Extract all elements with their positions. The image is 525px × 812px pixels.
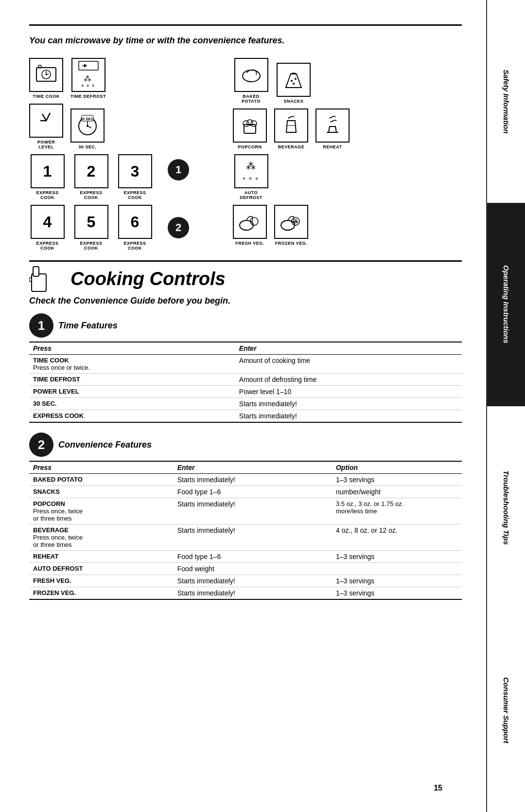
table-row: BAKED POTATO Starts immediately! 1–3 ser… xyxy=(29,474,462,486)
option-cell: 1–3 servings xyxy=(332,575,462,587)
snacks-icon xyxy=(277,63,311,97)
icon-row-2: POWERLEVEL 30 SEC. xyxy=(29,104,153,149)
press-cell: AUTO DEFROST xyxy=(29,563,174,575)
time-defrost-icon: ⁂ ⚬⚬⚬ xyxy=(71,58,105,92)
power-level-icon xyxy=(29,104,63,138)
table-row: TIME DEFROST Amount of defrosting time xyxy=(29,374,462,386)
press-cell: SNACKS xyxy=(29,486,174,498)
svg-rect-7 xyxy=(79,61,98,70)
time-features-section: 1 Time Features Press Enter TIME COOK Pr… xyxy=(29,313,462,423)
svg-rect-32 xyxy=(33,267,39,276)
enter-cell: Starts immediately! xyxy=(235,398,462,410)
express-cook-5-icon: 5 xyxy=(74,205,108,239)
express-cook-1-label: EXPRESS COOK xyxy=(29,190,66,200)
power-level-icon-box: POWERLEVEL xyxy=(29,104,63,149)
option-cell: 1–3 servings xyxy=(332,474,462,486)
express-cook-4-box: 4 EXPRESS COOK xyxy=(29,205,66,251)
beverage-icon xyxy=(274,108,308,143)
express-cook-1-box: 1 EXPRESS COOK xyxy=(29,154,66,200)
auto-defrost-icon: ⁂⚬⚬⚬ xyxy=(234,154,268,188)
svg-point-26 xyxy=(240,220,253,230)
hand-pointer-icon xyxy=(29,264,63,293)
express-cook-2-box: 2 EXPRESS COOK xyxy=(73,154,109,200)
badge-column: 1 2 xyxy=(168,58,189,251)
cooking-controls-title: Cooking Controls xyxy=(70,269,226,289)
svg-point-27 xyxy=(250,217,258,225)
enter-cell: Starts immediately! xyxy=(174,474,332,486)
enter-cell: Amount of cooking time xyxy=(235,355,462,374)
svg-point-28 xyxy=(281,220,295,230)
reheat-box: REHEAT xyxy=(315,108,350,149)
fresh-veg-label: FRESH VEG. xyxy=(235,241,264,246)
time-cook-icon-box: TIME COOK xyxy=(29,58,63,99)
30sec-icon-box: 30 SEC. 30 SEC. xyxy=(70,108,105,149)
badge-2: 2 xyxy=(168,217,189,238)
express-cook-3-label: EXPRESS COOK xyxy=(117,190,153,200)
frozen-veg-label: FROZEN VEG. xyxy=(275,241,308,246)
right-row-2: POPCORN BEVERAGE xyxy=(233,108,350,149)
frozen-veg-box: ⁂ FROZEN VEG. xyxy=(274,205,308,246)
icon-row-4: 4 EXPRESS COOK 5 EXPRESS COOK 6 EXPRESS … xyxy=(29,205,153,251)
press-cell: TIME DEFROST xyxy=(29,374,235,386)
frozen-veg-icon: ⁂ xyxy=(274,205,308,239)
express-cook-4-icon: 4 xyxy=(31,205,65,239)
reheat-icon xyxy=(315,108,350,143)
table-row: EXPRESS COOK Starts immediately! xyxy=(29,410,462,423)
top-rule xyxy=(29,24,462,26)
beverage-box: BEVERAGE xyxy=(274,108,308,149)
cf-col-press-header: Press xyxy=(29,461,174,474)
express-cook-2-label: EXPRESS COOK xyxy=(73,190,109,200)
sidebar-tab-consumer: Consumer Support xyxy=(486,609,525,812)
svg-point-17 xyxy=(291,80,293,82)
enter-cell: Starts immediately! xyxy=(174,575,332,587)
enter-cell: Starts immediately! xyxy=(174,524,332,551)
popcorn-icon xyxy=(233,108,267,143)
express-cook-5-box: 5 EXPRESS COOK xyxy=(73,205,109,251)
press-cell: TIME COOK Press once or twice. xyxy=(29,355,235,374)
30sec-icon: 30 SEC. xyxy=(70,108,105,143)
enter-cell: Power level 1–10 xyxy=(235,386,462,398)
cf-col-option-header: Option xyxy=(332,461,462,474)
time-defrost-label: TIME DEFROST xyxy=(70,94,106,99)
snacks-label: SNACKS xyxy=(283,99,303,104)
fresh-veg-box: FRESH VEG. xyxy=(233,205,267,246)
enter-cell: Food weight xyxy=(174,563,332,575)
option-cell: 1–3 servings xyxy=(332,551,462,563)
time-features-table: Press Enter TIME COOK Press once or twic… xyxy=(29,342,462,423)
right-row-1: BAKED POTATO SNACKS xyxy=(233,58,350,104)
time-features-badge: 1 xyxy=(29,313,53,338)
press-cell: REHEAT xyxy=(29,551,174,563)
fresh-veg-icon xyxy=(233,205,267,239)
convenience-features-section: 2 Convenience Features Press Enter Optio… xyxy=(29,433,462,600)
svg-point-21 xyxy=(243,121,249,126)
time-defrost-icon-box: ⁂ ⚬⚬⚬ TIME DEFROST xyxy=(70,58,106,99)
option-cell: 4 oz., 8 oz. or 12 oz. xyxy=(332,524,462,551)
snacks-box: SNACKS xyxy=(277,63,311,104)
icon-row-3: 1 EXPRESS COOK 2 EXPRESS COOK 3 EXPRESS … xyxy=(29,154,153,200)
left-panel: TIME COOK ⁂ ⚬⚬⚬ xyxy=(29,58,153,251)
enter-cell: Starts immediately! xyxy=(174,587,332,600)
enter-cell: Food type 1–6 xyxy=(174,486,332,498)
svg-point-23 xyxy=(251,121,257,126)
press-cell: BEVERAGE Press once, twiceor three times xyxy=(29,524,174,551)
reheat-label: REHEAT xyxy=(323,144,342,149)
convenience-features-table: Press Enter Option BAKED POTATO Starts i… xyxy=(29,461,462,600)
svg-text:30 SEC.: 30 SEC. xyxy=(80,117,95,121)
badge-1: 1 xyxy=(168,159,189,180)
svg-point-12 xyxy=(87,125,88,127)
press-cell: POPCORN Press once, twiceor three times xyxy=(29,498,174,524)
popcorn-label: POPCORN xyxy=(238,144,262,149)
table-row: POPCORN Press once, twiceor three times … xyxy=(29,498,462,524)
table-row: SNACKS Food type 1–6 number/weight xyxy=(29,486,462,498)
express-cook-5-label: EXPRESS COOK xyxy=(73,241,109,251)
sidebar-tab-troubleshooting: Troubleshooting Tips xyxy=(486,406,525,609)
option-cell: 1–3 servings xyxy=(332,587,462,600)
press-cell: EXPRESS COOK xyxy=(29,410,235,423)
express-cook-6-box: 6 EXPRESS COOK xyxy=(117,205,153,251)
beverage-label: BEVERAGE xyxy=(278,144,305,149)
enter-cell: Starts immediately! xyxy=(174,498,332,524)
time-cook-label: TIME COOK xyxy=(33,94,60,99)
power-level-label: POWERLEVEL xyxy=(37,140,55,149)
table-row: BEVERAGE Press once, twiceor three times… xyxy=(29,524,462,551)
cf-col-enter-header: Enter xyxy=(174,461,332,474)
